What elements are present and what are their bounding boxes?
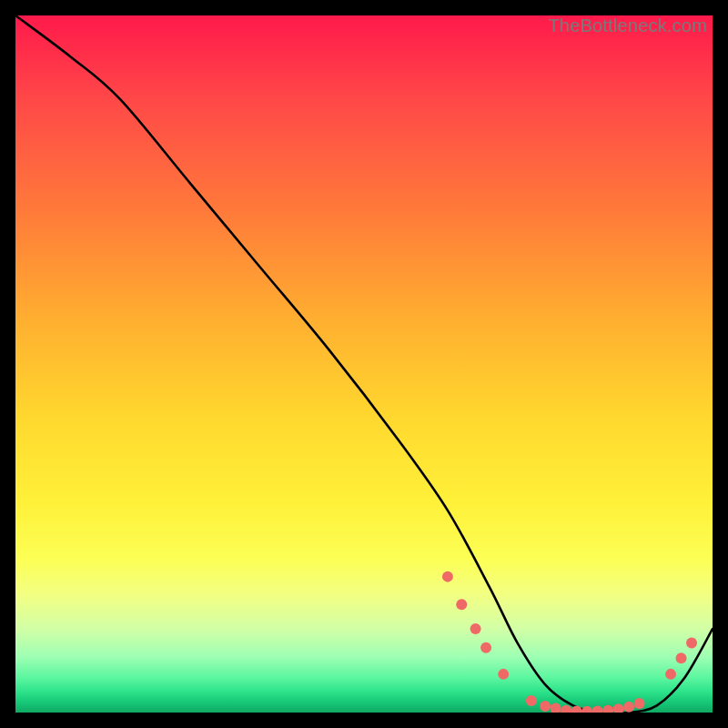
data-point-marker (456, 599, 467, 610)
data-point-marker (686, 637, 697, 648)
bottleneck-curve (15, 15, 713, 713)
data-point-marker (470, 623, 481, 634)
data-point-marker (613, 703, 624, 713)
data-point-marker (634, 698, 645, 709)
data-point-marker (498, 669, 509, 680)
data-point-marker (480, 642, 491, 653)
data-point-marker (526, 695, 537, 706)
data-point-marker (551, 703, 561, 713)
data-point-marker (665, 669, 676, 680)
data-point-marker (561, 705, 571, 713)
data-point-marker (540, 701, 551, 712)
data-point-marker (602, 705, 613, 713)
curve-layer (15, 15, 713, 713)
data-point-marker (581, 706, 592, 713)
chart-stage: TheBottleneck.com (0, 0, 728, 728)
data-point-marker (676, 652, 687, 663)
data-point-marker (623, 702, 634, 713)
data-point-marker (442, 571, 453, 582)
attribution-label: TheBottleneck.com (548, 15, 707, 36)
data-point-marker (592, 705, 603, 713)
plot-area: TheBottleneck.com (15, 15, 713, 713)
